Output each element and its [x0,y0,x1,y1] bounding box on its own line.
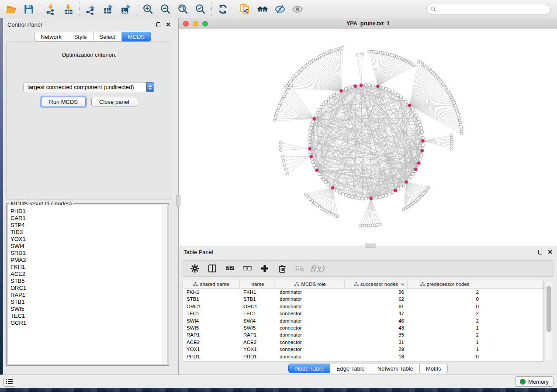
list-item[interactable]: TID3 [10,229,167,236]
table-row[interactable]: ORC1ORC1dominator610 [183,303,543,310]
cell: 0 [408,303,482,310]
function-builder-button[interactable]: f(x) [311,262,324,275]
list-item[interactable]: STB1 [10,299,167,306]
import-network-button[interactable] [42,2,60,17]
table-scrollbar-track[interactable] [546,281,552,361]
tab-node-table[interactable]: Node Table [288,364,330,373]
show-all-button[interactable] [289,2,306,17]
delete-table-button[interactable] [293,262,306,275]
cell: 61 [345,303,408,310]
tab-mcds[interactable]: MCDS [122,32,151,41]
table-panel: Table Panel ✕ [179,246,557,375]
save-session-button[interactable] [20,2,38,17]
cell: dominator [276,353,345,360]
export-table-button[interactable] [100,2,117,17]
list-item[interactable]: ACE2 [10,271,167,278]
select-all-button[interactable] [223,262,236,275]
list-item[interactable]: FKH1 [10,264,167,271]
column-header-successor-nodes[interactable]: successor nodes [345,280,408,288]
list-item[interactable]: YOX1 [10,236,167,243]
table-row[interactable]: ACE2ACE2connector311 [183,339,543,346]
export-network-icon [85,3,97,15]
cell: dominator [276,303,345,310]
list-item[interactable]: SWI5 [10,306,167,313]
eye-icon [292,3,303,15]
network-canvas[interactable] [179,29,557,246]
list-item[interactable]: SWI4 [10,243,167,250]
list-item[interactable]: PMA2 [10,257,167,264]
task-history-button[interactable] [3,377,15,387]
table-row[interactable]: YOX1YOX1connector291 [183,346,543,353]
export-network-button[interactable] [82,2,100,17]
search-field[interactable] [426,4,551,14]
list-item[interactable]: PHD1 [10,208,167,215]
memory-button[interactable]: Memory [515,376,554,387]
mcds-result-group: MCDS result (17 nodes) PHD1CAR1STP4TID3Y… [6,203,169,366]
export-image-button[interactable] [117,2,135,17]
criterion-dropdown[interactable]: largest connected component (undirected) [23,82,154,92]
table-row[interactable]: SWI4SWI4dominator462 [183,317,543,324]
close-panel-icon[interactable]: ✕ [166,21,171,28]
tab-edge-table[interactable]: Edge Table [330,364,371,373]
deselect-all-button[interactable] [241,262,254,275]
float-table-panel-icon[interactable] [538,250,542,254]
zoom-selected-button[interactable] [192,2,209,17]
cell: STB1 [240,296,276,303]
mcds-result-list[interactable]: PHD1CAR1STP4TID3YOX1SWI4SRD1PMA2FKH1ACE2… [7,205,168,364]
tab-motifs[interactable]: Motifs [420,364,448,373]
cell: 35 [345,331,408,338]
tab-network[interactable]: Network [34,32,68,41]
list-item[interactable]: ORC1 [10,285,167,292]
result-scrollbar-track[interactable] [162,206,167,364]
table-row[interactable]: RAP1RAP1dominator352 [183,331,543,338]
column-header-shared-name[interactable]: shared name [183,280,240,288]
table-row[interactable]: SWI5SWI5connector431 [183,324,543,331]
run-mcds-button[interactable]: Run MCDS [41,97,86,107]
cell: connector [276,339,345,346]
table-row[interactable]: STB1STB1dominator620 [183,296,543,303]
float-panel-icon[interactable] [156,22,160,27]
control-panel-titlebar: Control Panel ✕ [3,18,175,31]
horizontal-splitter-handle[interactable] [365,244,376,248]
hide-selected-button[interactable] [271,2,289,17]
tab-style[interactable]: Style [68,32,93,41]
list-item[interactable]: GCR1 [10,320,167,327]
column-header-predecessor-nodes[interactable]: predecessor nodes [408,280,482,288]
tab-select[interactable]: Select [93,32,122,41]
column-header-filler [482,280,543,288]
zoom-out-button[interactable] [157,2,174,17]
delete-column-button[interactable] [276,262,289,275]
network-panel: YPA_prune.txt_1 [179,18,557,246]
network-graph[interactable] [179,29,557,246]
open-file-button[interactable] [3,2,20,17]
create-column-button[interactable] [258,262,271,275]
list-item[interactable]: RAP1 [10,292,167,299]
refresh-button[interactable] [214,2,232,17]
table-row[interactable]: TEC1TEC1connector472 [183,310,543,317]
column-header-name[interactable]: name [240,280,276,288]
list-item[interactable]: SRD1 [10,250,167,257]
table-settings-button[interactable] [188,262,201,275]
close-table-panel-icon[interactable]: ✕ [547,249,553,255]
list-item[interactable]: STP4 [10,222,167,229]
zoom-in-button[interactable] [139,2,157,17]
table-scrollbar-thumb[interactable] [547,286,551,332]
network-from-selection-button[interactable] [236,2,254,17]
import-table-button[interactable] [60,2,77,17]
show-column-button[interactable] [206,262,219,275]
vertical-splitter-handle[interactable] [176,195,180,206]
list-item[interactable]: STB5 [10,278,167,285]
cell: SWI5 [240,324,276,331]
search-input[interactable] [436,6,550,12]
list-item[interactable]: CAR1 [10,215,167,222]
close-panel-button[interactable]: Close panel [91,97,137,107]
tab-network-table[interactable]: Network Table [371,364,420,373]
eye-slash-icon [274,3,286,15]
table-row[interactable]: PHD1PHD1dominator180 [183,353,543,360]
column-header-MCDS-role[interactable]: MCDS role [276,280,345,288]
network-titlebar[interactable]: YPA_prune.txt_1 [179,18,557,29]
list-item[interactable]: TEC1 [10,313,167,320]
table-row[interactable]: FKH1FKH1dominator962 [183,289,543,296]
zoom-fit-button[interactable] [174,2,192,17]
first-neighbors-button[interactable] [254,2,271,17]
